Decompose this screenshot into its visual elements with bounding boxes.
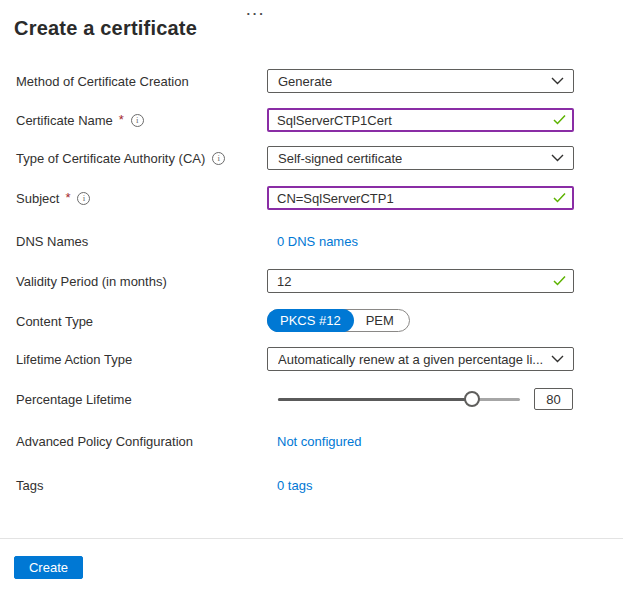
footer-divider [0,538,623,539]
ca-type-row: Type of Certificate Authority (CA) i Sel… [0,146,623,170]
valid-checkmark-icon [553,193,566,204]
dns-names-label: DNS Names [16,229,88,253]
advanced-policy-link[interactable]: Not configured [277,434,362,449]
method-dropdown-value: Generate [278,74,332,89]
more-options-button[interactable]: ··· [244,2,268,26]
valid-checkmark-icon [553,115,566,126]
validity-field [267,269,574,293]
tags-link[interactable]: 0 tags [277,478,312,493]
lifetime-action-dropdown[interactable]: Automatically renew at a given percentag… [267,347,574,371]
slider-thumb[interactable] [464,391,480,407]
subject-field [267,186,574,210]
chevron-down-icon [551,355,564,363]
method-dropdown[interactable]: Generate [267,69,574,93]
required-asterisk: * [65,190,70,205]
lifetime-action-row: Lifetime Action Type Automatically renew… [0,347,623,371]
validity-input[interactable] [267,269,574,293]
percentage-input[interactable] [534,388,573,410]
info-icon[interactable]: i [131,114,144,127]
subject-input[interactable] [267,186,574,210]
required-asterisk: * [119,112,124,127]
content-type-option-pkcs12[interactable]: PKCS #12 [267,309,354,332]
slider-fill [278,398,472,401]
content-type-option-pem[interactable]: PEM [354,309,409,332]
lifetime-action-dropdown-value: Automatically renew at a given percentag… [278,352,543,367]
subject-row: Subject * i [0,186,623,210]
content-type-toggle: PKCS #12 PEM [267,309,410,332]
certificate-name-input[interactable] [267,108,574,132]
percentage-slider [267,387,520,411]
create-button[interactable]: Create [14,556,83,579]
ca-type-dropdown[interactable]: Self-signed certificate [267,146,574,170]
chevron-down-icon [551,154,564,162]
create-certificate-panel: Create a certificate ··· Method of Certi… [0,0,623,594]
dns-names-row: DNS Names 0 DNS names [0,229,623,253]
lifetime-action-label: Lifetime Action Type [16,347,132,371]
ca-type-dropdown-value: Self-signed certificate [278,151,402,166]
percentage-lifetime-row: Percentage Lifetime [0,387,623,411]
ca-type-label: Type of Certificate Authority (CA) i [16,146,225,170]
advanced-policy-label: Advanced Policy Configuration [16,429,193,453]
certificate-name-label: Certificate Name * i [16,108,144,132]
valid-checkmark-icon [553,276,566,287]
certificate-name-row: Certificate Name * i [0,108,623,132]
tags-row: Tags 0 tags [0,473,623,497]
method-row: Method of Certificate Creation Generate [0,69,623,93]
content-type-label: Content Type [16,309,93,333]
dns-names-link[interactable]: 0 DNS names [277,234,358,249]
subject-label: Subject * i [16,186,90,210]
advanced-policy-row: Advanced Policy Configuration Not config… [0,429,623,453]
info-icon[interactable]: i [77,192,90,205]
validity-label: Validity Period (in months) [16,269,167,293]
page-title: Create a certificate [14,17,197,40]
tags-label: Tags [16,473,43,497]
chevron-down-icon [551,77,564,85]
content-type-row: Content Type PKCS #12 PEM [0,309,623,333]
validity-row: Validity Period (in months) [0,269,623,293]
method-label: Method of Certificate Creation [16,69,189,93]
certificate-name-field [267,108,574,132]
info-icon[interactable]: i [212,152,225,165]
percentage-lifetime-label: Percentage Lifetime [16,387,132,411]
